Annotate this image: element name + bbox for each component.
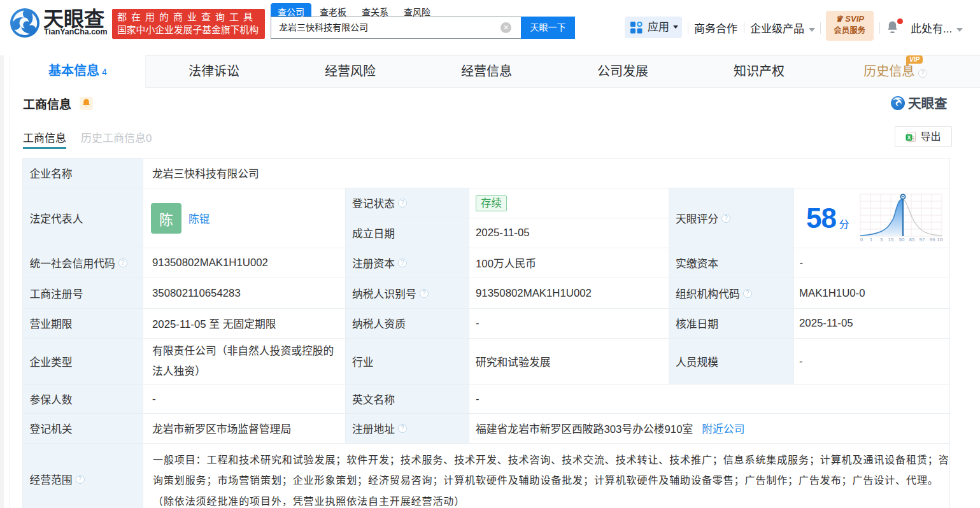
svg-text:85: 85: [909, 237, 915, 242]
svg-text:100: 100: [937, 237, 943, 242]
svg-text:X: X: [907, 134, 911, 141]
svg-text:3: 3: [880, 237, 883, 242]
svg-text:0: 0: [860, 237, 863, 242]
svg-text:15: 15: [888, 237, 894, 242]
svg-text:1: 1: [870, 237, 873, 242]
svg-text:97: 97: [920, 237, 925, 242]
svg-text:天眼查: 天眼查: [908, 96, 948, 111]
svg-text:50: 50: [899, 237, 905, 242]
svg-text:99: 99: [930, 237, 935, 242]
